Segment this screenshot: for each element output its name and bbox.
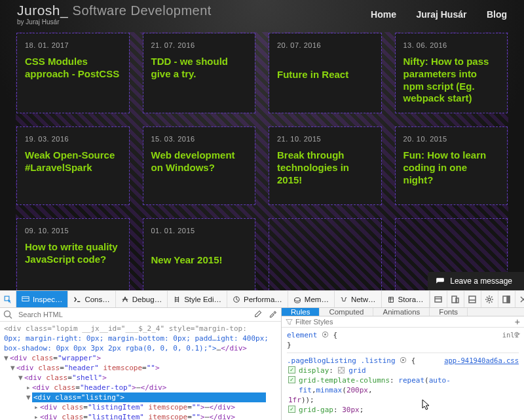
chat-widget[interactable]: Leave a message — [428, 272, 524, 290]
filter-styles-input[interactable] — [295, 318, 512, 326]
blog-post-card[interactable]: 21. 07. 2016TDD - we should give a try. — [143, 33, 255, 113]
post-date: 19. 03. 2016 — [25, 135, 121, 143]
rules-tab-fonts[interactable]: Fonts — [430, 308, 468, 316]
post-date: 13. 06. 2016 — [403, 41, 500, 49]
settings-icon[interactable] — [481, 291, 498, 307]
filter-funnel-icon — [286, 318, 293, 326]
filter-styles-row: + — [282, 316, 524, 328]
blog-post-card[interactable]: 13. 06. 2016Nifty: How to pass parameter… — [396, 33, 508, 113]
dom-search-input[interactable] — [16, 309, 250, 320]
svg-line-16 — [10, 316, 12, 319]
svg-rect-1 — [22, 296, 29, 301]
devtools-rules-pane: RulesComputedAnimationsFonts + ⟳element … — [282, 308, 524, 420]
listing-wrap: 18. 01. 2017CSS Modules approach - PostC… — [0, 29, 524, 290]
post-title: How to write quality JavaScript code? — [25, 241, 121, 266]
dom-tree[interactable]: <div class="lopim __jx__id="___$_2_4" st… — [0, 322, 281, 420]
close-devtools-icon[interactable] — [515, 291, 524, 307]
devtools-tab-mem[interactable]: Mem… — [288, 291, 335, 307]
blog-post-card[interactable]: 19. 03. 2016Weak Open-Source #LaravelSpa… — [17, 127, 129, 204]
post-date: 20. 07. 2016 — [277, 41, 373, 49]
devtools-panel: Inspec…Cons…Debug…Style Edi…Performa…Mem… — [0, 290, 524, 420]
svg-rect-12 — [507, 296, 510, 303]
dock-side-icon[interactable] — [498, 291, 515, 307]
post-title: Weak Open-Source #LaravelSpark — [25, 149, 121, 174]
css-rules-list[interactable]: ⟳element ⦿ {inli}app-941940ad6a.css.page… — [282, 328, 524, 420]
split-console-icon[interactable] — [464, 291, 481, 307]
empty-grid-cell — [269, 219, 381, 290]
logo-byline: by Juraj Husár — [17, 18, 212, 26]
devtools-tab-performa[interactable]: Performa… — [227, 291, 288, 307]
post-title: Web development on Windows? — [151, 149, 248, 174]
nav-link-blog[interactable]: Blog — [487, 9, 507, 20]
rules-tab-bar: RulesComputedAnimationsFonts — [282, 308, 524, 316]
dom-search-row — [0, 308, 281, 322]
post-date: 09. 10. 2015 — [25, 227, 121, 235]
post-title: Fun: How to learn coding in one night? — [403, 149, 500, 186]
svg-rect-7 — [456, 298, 458, 303]
post-title: New Year 2015! — [151, 241, 248, 279]
devtools-tab-debug[interactable]: Debug… — [116, 291, 168, 307]
search-icon — [3, 309, 13, 320]
devtools-tab-stora[interactable]: Stora… — [382, 291, 430, 307]
post-title: Break through technologies in 2015! — [277, 149, 373, 186]
blog-post-card[interactable]: 18. 01. 2017CSS Modules approach - PostC… — [17, 33, 129, 113]
blog-post-card[interactable]: 21. 10. 2015Break through technologies i… — [269, 127, 381, 204]
site-logo[interactable]: Jurosh_ Software Development by Juraj Hu… — [17, 3, 212, 26]
post-date: 21. 07. 2016 — [151, 41, 248, 49]
website-pane: Jurosh_ Software Development by Juraj Hu… — [0, 0, 524, 290]
logo-main: Jurosh_ — [17, 3, 68, 18]
nav-links: Home Juraj Husár Blog — [354, 9, 507, 20]
devtools-dom-pane: <div class="lopim __jx__id="___$_2_4" st… — [0, 308, 282, 420]
devtools-tab-netw[interactable]: Netw… — [335, 291, 382, 307]
rules-tab-rules[interactable]: Rules — [282, 308, 320, 316]
chat-label: Leave a message — [450, 277, 512, 286]
svg-point-15 — [5, 311, 10, 317]
blog-post-card[interactable]: 09. 10. 2015How to write quality JavaScr… — [17, 219, 129, 290]
post-date: 20. 10. 2015 — [403, 135, 500, 143]
chat-icon — [436, 277, 445, 286]
devtools-tab-inspec[interactable]: Inspec… — [16, 291, 68, 307]
devtools-tab-cons[interactable]: Cons… — [68, 291, 115, 307]
post-date: 21. 10. 2015 — [277, 135, 373, 143]
logo-sub: Software Development — [73, 3, 212, 18]
post-title: Nifty: How to pass parameters into npm s… — [403, 56, 500, 105]
add-rule-button[interactable]: + — [515, 316, 520, 327]
picker-icon — [4, 296, 12, 303]
post-date: 18. 01. 2017 — [25, 41, 121, 49]
post-title: TDD - we should give a try. — [151, 56, 248, 81]
devtools-tab-bar: Inspec…Cons…Debug…Style Edi…Performa…Mem… — [0, 291, 524, 308]
edit-html-button[interactable] — [252, 309, 264, 320]
devtools-tab-styleedi[interactable]: Style Edi… — [168, 291, 227, 307]
post-title: Future in React — [277, 56, 373, 94]
post-title: CSS Modules approach - PostCSS — [25, 56, 121, 81]
frame-select-icon[interactable] — [430, 291, 447, 307]
eyedropper-button[interactable] — [267, 309, 278, 320]
post-date: 01. 01. 2015 — [151, 227, 248, 235]
blog-post-card[interactable]: 20. 10. 2015Fun: How to learn coding in … — [396, 127, 508, 204]
rules-tab-computed[interactable]: Computed — [320, 308, 373, 316]
nav-link-home[interactable]: Home — [371, 9, 396, 20]
responsive-mode-icon[interactable] — [447, 291, 464, 307]
blog-post-card[interactable]: 15. 03. 2016Web development on Windows? — [143, 127, 255, 204]
rules-tab-animations[interactable]: Animations — [373, 308, 430, 316]
element-picker-button[interactable] — [0, 291, 16, 307]
blog-listing-grid: 18. 01. 2017CSS Modules approach - PostC… — [16, 32, 508, 290]
svg-rect-4 — [435, 297, 441, 302]
svg-point-10 — [488, 298, 491, 301]
blog-post-card[interactable]: 20. 07. 2016Future in React — [269, 33, 381, 113]
blog-post-card[interactable]: 01. 01. 2015New Year 2015! — [143, 219, 255, 290]
svg-rect-8 — [469, 296, 476, 303]
site-header: Jurosh_ Software Development by Juraj Hu… — [0, 3, 524, 29]
nav-link-author[interactable]: Juraj Husár — [416, 9, 466, 20]
post-date: 15. 03. 2016 — [151, 135, 248, 143]
